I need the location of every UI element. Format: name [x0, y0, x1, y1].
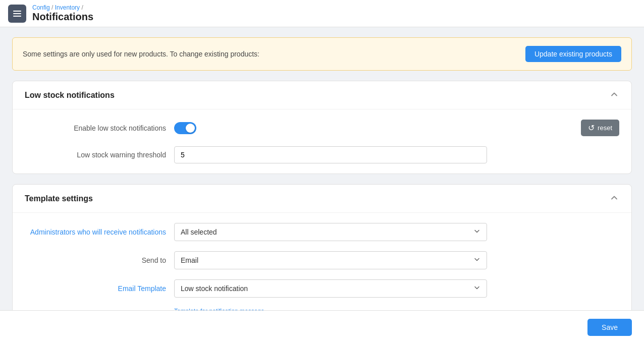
low-stock-card-body: Enable low stock notifications ↺ reset L… [13, 109, 631, 174]
send-to-group: Send to Email SMS Both [25, 251, 619, 269]
enable-control [174, 122, 573, 134]
send-to-control: Email SMS Both [174, 251, 619, 269]
page-title: Notifications [32, 11, 93, 23]
email-template-row: Email Template Low stock notification Cu… [25, 279, 619, 298]
email-template-group: Email Template Low stock notification Cu… [25, 279, 619, 315]
reset-button[interactable]: ↺ reset [581, 120, 619, 136]
low-stock-collapse-icon[interactable] [609, 89, 619, 101]
top-bar: Config / Inventory / Notifications [0, 0, 644, 27]
admins-label: Administrators who will receive notifica… [25, 228, 166, 236]
reset-icon: ↺ [588, 123, 595, 133]
menu-icon[interactable] [8, 5, 26, 23]
send-to-label: Send to [25, 256, 166, 264]
breadcrumb-sep1: / [51, 4, 55, 11]
update-existing-products-button[interactable]: Update existing products [525, 46, 621, 62]
threshold-control [174, 146, 619, 163]
low-stock-title: Low stock notifications [25, 91, 115, 100]
save-button[interactable]: Save [587, 319, 632, 336]
svg-rect-0 [13, 11, 21, 12]
low-stock-card-header: Low stock notifications [13, 81, 631, 109]
template-collapse-icon[interactable] [609, 193, 619, 204]
send-to-select-wrapper: Email SMS Both [174, 251, 487, 269]
svg-rect-2 [13, 16, 21, 17]
breadcrumb-title: Config / Inventory / Notifications [32, 4, 93, 23]
admins-row: Administrators who will receive notifica… [25, 223, 619, 241]
toggle-slider [174, 122, 196, 134]
low-stock-card: Low stock notifications Enable low stock… [12, 81, 632, 174]
send-to-select[interactable]: Email SMS Both [174, 251, 487, 269]
email-template-label: Email Template [25, 284, 166, 293]
threshold-row: Low stock warning threshold [25, 146, 619, 163]
admins-select[interactable]: All selected None selected Custom [174, 223, 487, 241]
enable-notifications-row: Enable low stock notifications ↺ reset [25, 120, 619, 136]
template-settings-title: Template settings [25, 194, 93, 203]
enable-toggle[interactable] [174, 122, 196, 134]
breadcrumb: Config / Inventory / [32, 4, 93, 11]
alert-banner: Some settings are only used for new prod… [12, 37, 632, 71]
email-template-select[interactable]: Low stock notification Custom template [174, 279, 487, 298]
main-content: Some settings are only used for new prod… [0, 27, 644, 344]
breadcrumb-sep2: / [81, 4, 83, 11]
svg-rect-1 [13, 13, 21, 14]
enable-label: Enable low stock notifications [25, 124, 166, 132]
alert-text: Some settings are only used for new prod… [23, 50, 259, 58]
reset-label: reset [598, 124, 612, 132]
breadcrumb-config[interactable]: Config [32, 4, 50, 11]
email-template-select-wrapper: Low stock notification Custom template [174, 279, 487, 298]
send-to-row: Send to Email SMS Both [25, 251, 619, 269]
threshold-label: Low stock warning threshold [25, 151, 166, 159]
breadcrumb-inventory[interactable]: Inventory [55, 4, 80, 11]
admins-control: All selected None selected Custom [174, 223, 619, 241]
threshold-input[interactable] [174, 146, 487, 163]
template-settings-header: Template settings [13, 185, 631, 213]
admins-select-wrapper: All selected None selected Custom [174, 223, 487, 241]
bottom-bar: Save [0, 310, 644, 344]
email-template-control: Low stock notification Custom template [174, 279, 619, 298]
admins-group: Administrators who will receive notifica… [25, 223, 619, 241]
